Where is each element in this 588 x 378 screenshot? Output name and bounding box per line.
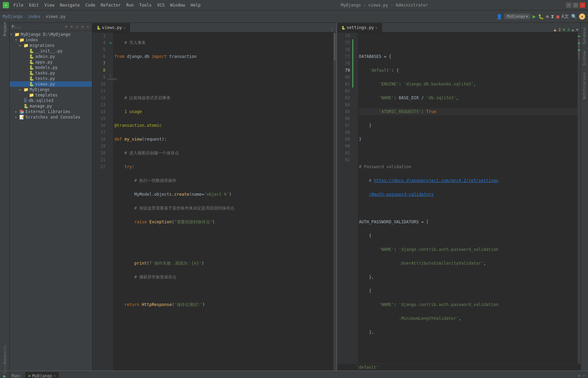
project-header: P... ⊕ ≡ ◎ ⚙ ✕ bbox=[10, 23, 92, 31]
run-tab-mydjango[interactable]: ▶ MyDjango ✕ bbox=[25, 372, 59, 378]
run-output-area: Run: ▶ MyDjango ✕ ⚙ ─ (0.000) BEGIN; arg… bbox=[10, 371, 588, 378]
run-tab-close[interactable]: ✕ bbox=[53, 374, 55, 378]
run-settings-icon[interactable]: ⚙ bbox=[577, 373, 581, 378]
minimize-button[interactable]: ─ bbox=[566, 2, 571, 8]
run-button[interactable]: ▶ bbox=[533, 13, 536, 20]
structure-tab-icon[interactable]: Structure bbox=[1, 360, 9, 368]
debug-button[interactable]: 🐛 bbox=[538, 14, 544, 19]
tree-item-templates[interactable]: 📁 templates bbox=[10, 92, 92, 98]
chevron-down-icon: ▼ bbox=[526, 15, 528, 18]
menu-help[interactable]: Help bbox=[188, 2, 203, 8]
project-tab-icon[interactable]: Project bbox=[1, 25, 9, 33]
tree-item-migrations[interactable]: ▶ 📁 migrations bbox=[10, 43, 92, 48]
right-code-area: 74 75 76 77 78 79 80 81 82 83 84 bbox=[337, 32, 581, 364]
views-py-tab-label: views.py bbox=[102, 25, 122, 30]
project-panel-icons: ⊕ ≡ ◎ ⚙ ✕ bbox=[64, 24, 90, 29]
tree-item-init[interactable]: 🐍 __init__.py bbox=[10, 48, 92, 54]
menu-vcs[interactable]: VCS bbox=[155, 2, 167, 8]
tree-item-scratches[interactable]: ▶ 📝 Scratches and Consoles bbox=[10, 114, 92, 120]
settings-icon[interactable]: ⚙ bbox=[80, 24, 85, 29]
menu-navigate[interactable]: Navigate bbox=[58, 2, 82, 8]
left-scrollbar[interactable] bbox=[333, 32, 336, 370]
left-gutter: ◀ 1 usage bbox=[108, 32, 113, 370]
tab-settings-py[interactable]: 🐍 settings.py ✕ bbox=[337, 23, 382, 32]
tree-item-manage[interactable]: 🐍 manage.py bbox=[10, 103, 92, 109]
views-py-tab-close[interactable]: ✕ bbox=[123, 26, 125, 30]
tree-item-external-libs[interactable]: ▶ 📚 External Libraries bbox=[10, 109, 92, 114]
run-tab-icon: ▶ bbox=[29, 374, 31, 378]
close-button[interactable]: ✕ bbox=[580, 2, 585, 8]
left-line-numbers: 3 4 5 6 7 8 9 10 11 12 13 14 15 bbox=[92, 32, 108, 370]
left-sidebar-tabs: Project Bookmarks Structure bbox=[0, 23, 10, 370]
breadcrumb-mydjango[interactable]: MyDjango bbox=[3, 14, 23, 19]
project-panel-title: P... bbox=[12, 24, 64, 29]
titlebar: ✦ File Edit View Navigate Code Refactor … bbox=[0, 0, 588, 10]
left-code-area: 3 4 5 6 7 8 9 10 11 12 13 14 15 bbox=[92, 32, 336, 370]
run-tabs-right: ⚙ ─ bbox=[577, 373, 586, 378]
left-editor-tab-bar: 🐍 views.py ✕ ⋮ bbox=[92, 23, 336, 32]
project-selector[interactable]: MyDjango ▼ bbox=[504, 13, 530, 19]
hide-panel-icon[interactable]: ✕ bbox=[85, 24, 90, 29]
menu-window[interactable]: Window bbox=[168, 2, 187, 8]
menu-view[interactable]: View bbox=[42, 2, 57, 8]
diff-up-icon: ▲ 2 bbox=[554, 28, 561, 32]
location-icon[interactable]: ◎ bbox=[75, 24, 79, 29]
collapse-all-icon[interactable]: ≡ bbox=[70, 24, 74, 29]
tree-item-index[interactable]: ▼ 📁 index bbox=[10, 37, 92, 43]
tree-item-db[interactable]: 🗄 db.sqlite3 bbox=[10, 98, 92, 103]
tree-item-admin[interactable]: 🐍 admin.py bbox=[10, 54, 92, 59]
right-tab-database[interactable]: Database bbox=[582, 24, 587, 48]
notification-icon[interactable]: ★ bbox=[579, 13, 585, 20]
settings-py-tab-icon: 🐍 bbox=[341, 26, 345, 30]
menu-file[interactable]: File bbox=[11, 2, 26, 8]
run-minimize-icon[interactable]: ─ bbox=[582, 373, 586, 378]
right-scrollbar[interactable] bbox=[578, 32, 580, 364]
diff-down-btn[interactable]: ▼ bbox=[576, 28, 578, 32]
project-panel: P... ⊕ ≡ ◎ ⚙ ✕ ▼ 📁 MyDjango D:\MyDjango … bbox=[10, 23, 92, 370]
tree-item-mydjango-pkg[interactable]: ▶ 📁 MyDjango bbox=[10, 87, 92, 92]
menu-refactor[interactable]: Refactor bbox=[98, 2, 123, 8]
main-area: Project Bookmarks Structure P... ⊕ ≡ ◎ ⚙… bbox=[0, 23, 588, 370]
right-gutter bbox=[352, 32, 358, 364]
tree-item-models[interactable]: 🐍 models.py bbox=[10, 65, 92, 70]
toolbar: MyDjango › index › views.py 👤 MyDjango ▼… bbox=[0, 10, 588, 23]
run-tab-bar: Run: ▶ MyDjango ✕ ⚙ ─ bbox=[10, 371, 588, 378]
more-options-icon[interactable]: ⋮ bbox=[330, 27, 334, 32]
right-line-numbers: 74 75 76 77 78 79 80 81 82 83 84 bbox=[337, 32, 352, 364]
menu-tools[interactable]: Tools bbox=[137, 2, 154, 8]
project-tree: ▼ 📁 MyDjango D:\MyDjango ▼ 📁 index ▶ 📁 m… bbox=[10, 31, 92, 370]
right-pane-diff-info: ▲ 2 ▼ 4 ▲ ▼ bbox=[552, 28, 580, 32]
tree-item-apps[interactable]: 🐍 apps.py bbox=[10, 59, 92, 65]
search-icon[interactable]: 🔍 bbox=[571, 14, 577, 19]
toolbar-icons: 👤 MyDjango ▼ ▶ 🐛 ⊕ ⧗ ■ A文 🔍 ★ bbox=[496, 13, 585, 20]
tree-item-tests[interactable]: 🐍 tests.py bbox=[10, 76, 92, 81]
stop-button[interactable]: ■ bbox=[556, 14, 559, 19]
breadcrumb-views[interactable]: views.py bbox=[45, 14, 65, 19]
breadcrumb-index[interactable]: index bbox=[28, 14, 40, 19]
profile-run-button[interactable]: ⧗ bbox=[551, 13, 554, 19]
right-sidebar-tabs: Database SciView Notifications bbox=[580, 23, 588, 370]
left-code-content[interactable]: # 导入事务 from django.db import transaction… bbox=[113, 32, 333, 370]
maximize-button[interactable]: □ bbox=[573, 2, 578, 8]
coverage-button[interactable]: ⊕ bbox=[546, 14, 549, 19]
menu-code[interactable]: Code bbox=[83, 2, 98, 8]
right-tab-notifications[interactable]: Notifications bbox=[582, 69, 587, 103]
tab-views-py[interactable]: 🐍 views.py ✕ bbox=[92, 23, 130, 32]
menu-run[interactable]: Run bbox=[124, 2, 136, 8]
profile-icon[interactable]: 👤 bbox=[496, 14, 502, 19]
menu-edit[interactable]: Edit bbox=[27, 2, 41, 8]
left-pane-toolbar: ⋮ bbox=[328, 27, 336, 32]
new-folder-icon[interactable]: ⊕ bbox=[64, 24, 69, 29]
settings-py-tab-close[interactable]: ✕ bbox=[375, 26, 377, 30]
views-py-tab-icon: 🐍 bbox=[97, 26, 101, 30]
settings-py-tab-label: settings.py bbox=[347, 25, 374, 30]
diff-up-btn[interactable]: ▲ bbox=[572, 28, 574, 32]
tree-item-views[interactable]: 🐍 views.py bbox=[10, 81, 92, 87]
right-code-content[interactable]: DATABASES = { 'default': { 'ENGINE': 'dj… bbox=[358, 32, 578, 364]
tree-item-mydjango[interactable]: ▼ 📁 MyDjango D:\MyDjango bbox=[10, 32, 92, 37]
menu-bar: File Edit View Navigate Code Refactor Ru… bbox=[11, 2, 203, 8]
tree-item-tasks[interactable]: 🐍 tasks.py bbox=[10, 70, 92, 76]
right-tab-sciview[interactable]: SciView bbox=[582, 48, 587, 69]
right-editor-tab-bar: 🐍 settings.py ✕ ▲ 2 ▼ 4 ▲ ▼ bbox=[337, 23, 581, 32]
translate-icon[interactable]: A文 bbox=[561, 13, 569, 20]
